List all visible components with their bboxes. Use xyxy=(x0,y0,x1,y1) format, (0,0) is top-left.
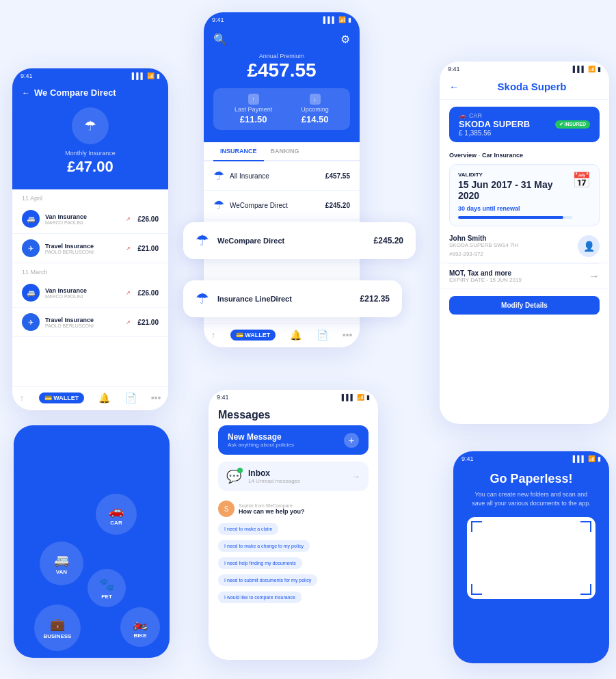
inbox-icon: 💬 xyxy=(226,469,241,484)
signal-icon-2: ▌▌▌ xyxy=(323,16,336,23)
phone-paperless: 9:41 ▌▌▌ 📶 ▮ Go Paperless! You can creat… xyxy=(453,451,609,663)
tx-sub-3: MARCO PAOLINI xyxy=(45,294,120,299)
chat-options: I need to make a claim I need to make a … xyxy=(218,521,369,606)
cat-car[interactable]: 🚗 CAR xyxy=(96,494,137,535)
bike-cat-label: BIKE xyxy=(133,633,146,639)
chat-option-2[interactable]: I need to make a change to my policy xyxy=(218,540,310,552)
car-name: SKODA SUPERB xyxy=(459,119,530,129)
phone1-title: We Compare Direct xyxy=(34,88,116,98)
ins-amount-2: £245.20 xyxy=(325,202,350,209)
corner-br xyxy=(580,584,591,595)
john-phone: #892-293-972 xyxy=(449,251,518,257)
phone2-tabs: INSURANCE BANKING xyxy=(204,142,360,161)
status-bar-4: 9:41 ▌▌▌ 📶 ▮ xyxy=(209,390,378,403)
van-icon-2: 🚐 xyxy=(22,284,40,302)
phone-skoda: 9:41 ▌▌▌ 📶 ▮ ← Skoda Superb 🚗 CAR SKODA … xyxy=(440,62,609,424)
chat-option-1[interactable]: I need to make a claim xyxy=(218,523,278,535)
tx-info-4: Travel Insurance PAOLO BERLUSCONI xyxy=(45,317,120,328)
cat-bike[interactable]: 🏍️ BIKE xyxy=(120,607,160,647)
sophie-label: Sophie from WeCompare xyxy=(239,503,305,508)
scene: 9:41 ▌▌▌ 📶 ▮ ← We Compare Direct ☂ Month… xyxy=(0,0,616,679)
back-icon-3[interactable]: ← xyxy=(449,81,459,92)
chat-option-4[interactable]: I need to submit documents for my policy xyxy=(218,574,317,586)
annual-label: Annual Premium xyxy=(213,53,350,59)
last-payment-val: £11.50 xyxy=(235,114,272,124)
search-icon-2[interactable]: 🔍 xyxy=(213,33,227,46)
new-msg-text: New Message Ask anything about policies xyxy=(228,432,294,448)
share-tab[interactable]: ↑ xyxy=(20,392,25,403)
upcoming-val: £14.50 xyxy=(301,114,329,124)
fc-name-1: WeCompare Direct xyxy=(217,237,366,245)
tx-amount-1: £26.00 xyxy=(137,215,159,223)
tx-arrow-4: ↗ xyxy=(126,319,131,325)
status-icons-6: ▌▌▌ 📶 ▮ xyxy=(573,455,601,462)
header-3: ← Skoda Superb xyxy=(440,75,609,100)
signal-icon-4: ▌▌▌ xyxy=(342,394,355,401)
arrow-right-3[interactable]: → xyxy=(589,270,600,282)
inbox-title: Inbox xyxy=(248,468,300,478)
bike-cat-icon: 🏍️ xyxy=(133,616,148,631)
tx-arrow-1: ↗ xyxy=(126,216,131,222)
calendar-icon: 📅 xyxy=(572,172,591,189)
sophie-row: S Sophie from WeCompare How can we help … xyxy=(218,501,369,517)
car-price: £ 1,385.56 xyxy=(459,129,530,137)
john-info: John Smith SKODA SUPERB SW14 7IH #892-29… xyxy=(449,235,518,257)
cat-pet[interactable]: 🐾 PET xyxy=(88,569,126,607)
john-sub: SKODA SUPERB SW14 7IH xyxy=(449,242,518,248)
tab-banking[interactable]: BANKING xyxy=(264,142,306,161)
mot-row: MOT, Tax and more EXPIRY DATE - 15 JUN 2… xyxy=(440,264,609,289)
renewal-days: 30 days xyxy=(458,205,481,212)
down-icon: ↓ xyxy=(310,94,321,105)
new-message-button[interactable]: New Message Ask anything about policies … xyxy=(218,425,369,455)
modify-button[interactable]: Modify Details xyxy=(449,296,600,315)
wallet-tab[interactable]: 💳 WALLET xyxy=(39,392,85,403)
inbox-sub: 14 Unread messages xyxy=(248,478,300,484)
status-bar-3: 9:41 ▌▌▌ 📶 ▮ xyxy=(440,62,609,75)
table-row: 🚐 Van Insurance MARCO PAOLINI ↗ £26.00 xyxy=(12,278,168,308)
plus-icon[interactable]: + xyxy=(344,433,359,448)
cat-van[interactable]: 🚐 VAN xyxy=(40,542,83,585)
tx-amount-2: £21.00 xyxy=(137,245,159,252)
new-msg-sub: Ask anything about policies xyxy=(228,442,294,448)
phone-messages: 9:41 ▌▌▌ 📶 ▮ Messages New Message Ask an… xyxy=(209,390,378,660)
umbrella-icon-1: ☂ xyxy=(213,168,224,183)
pet-cat-icon: 🐾 xyxy=(99,577,114,592)
chat-option-5[interactable]: I would like to compare insurance xyxy=(218,591,302,603)
progress-fill xyxy=(458,216,563,219)
doc-tab[interactable]: 📄 xyxy=(125,392,137,403)
tx-arrow-2: ↗ xyxy=(126,245,131,252)
upcoming-label: Upcoming xyxy=(301,106,329,113)
umbrella-float-1: ☂ xyxy=(196,232,209,250)
pet-cat-label: PET xyxy=(101,594,112,600)
car-type-label: 🚗 CAR xyxy=(459,112,530,119)
scan-area xyxy=(467,517,595,599)
inbox-card[interactable]: 💬 Inbox 14 Unread messages → xyxy=(218,462,369,491)
gear-icon-2[interactable]: ⚙ xyxy=(340,33,350,46)
back-icon-1[interactable]: ← xyxy=(22,88,30,98)
wifi-icon-4: 📶 xyxy=(357,394,364,401)
status-icons-1: ▌▌▌ 📶 ▮ xyxy=(132,72,160,79)
tx-sub-1: MARCO PAOLINI xyxy=(45,220,120,225)
skoda-title: Skoda Superb xyxy=(464,81,600,92)
tx-arrow-3: ↗ xyxy=(126,290,131,296)
more-tab-2[interactable]: ••• xyxy=(343,330,353,341)
umbrella-icon-2: ☂ xyxy=(213,198,224,213)
more-tab[interactable]: ••• xyxy=(151,392,161,403)
list-item: ☂ WeCompare Direct £245.20 xyxy=(204,191,360,220)
tab-insurance[interactable]: INSURANCE xyxy=(213,142,264,161)
battery-icon-6: ▮ xyxy=(598,455,601,462)
share-tab-2[interactable]: ↑ xyxy=(211,330,216,341)
john-name: John Smith xyxy=(449,235,518,242)
doc-tab-2[interactable]: 📄 xyxy=(317,330,328,341)
wallet-tab-2[interactable]: 💳 WALLET xyxy=(230,330,276,341)
chat-option-3[interactable]: I need help finding my documents xyxy=(218,557,302,569)
travel-icon-2: ✈ xyxy=(22,313,40,331)
ins-amount-1: £457.55 xyxy=(325,172,350,180)
cat-business[interactable]: 💼 BUSINESS xyxy=(34,604,81,651)
car-icon: 🚗 xyxy=(459,112,466,119)
status-bar-2: 9:41 ▌▌▌ 📶 ▮ xyxy=(204,12,360,26)
tx-name-1: Van Insurance xyxy=(45,213,120,220)
bell-tab-2[interactable]: 🔔 xyxy=(290,330,302,341)
bottom-nav-2: ↑ 💳 WALLET 🔔 📄 ••• xyxy=(204,323,360,347)
bell-tab[interactable]: 🔔 xyxy=(98,392,110,403)
